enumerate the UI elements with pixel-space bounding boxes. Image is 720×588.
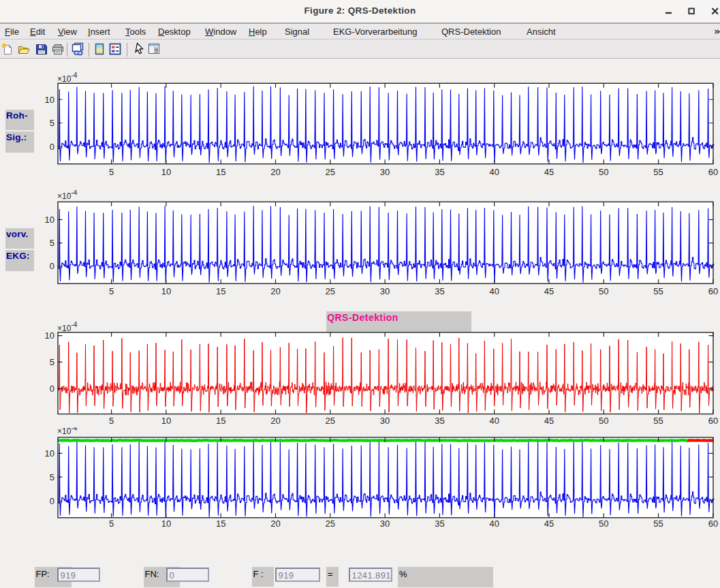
svg-text:5: 5 (109, 519, 114, 529)
svg-text:×10: ×10 (57, 427, 72, 436)
svg-text:-4: -4 (72, 190, 78, 196)
svg-text:0: 0 (50, 142, 54, 152)
svg-text:45: 45 (544, 416, 554, 426)
svg-text:30: 30 (380, 519, 390, 529)
svg-text:55: 55 (653, 519, 663, 529)
svg-text:35: 35 (435, 286, 444, 296)
svg-text:30: 30 (380, 286, 390, 296)
svg-text:50: 50 (599, 416, 608, 426)
svg-text:10: 10 (45, 448, 54, 459)
svg-text:10: 10 (45, 215, 54, 225)
svg-text:-4: -4 (72, 427, 78, 432)
svg-text:-4: -4 (72, 322, 78, 328)
svg-text:5: 5 (109, 416, 114, 426)
svg-text:60: 60 (708, 519, 718, 529)
svg-text:5: 5 (50, 238, 54, 248)
svg-text:×10: ×10 (57, 324, 72, 333)
svg-text:5: 5 (50, 118, 54, 128)
svg-text:60: 60 (708, 286, 718, 296)
svg-text:10: 10 (161, 167, 171, 177)
svg-text:45: 45 (544, 286, 554, 296)
svg-text:15: 15 (216, 286, 225, 296)
svg-text:10: 10 (161, 286, 171, 296)
svg-text:55: 55 (653, 416, 663, 426)
svg-text:55: 55 (653, 167, 663, 177)
svg-text:35: 35 (435, 519, 444, 529)
svg-text:25: 25 (326, 519, 335, 529)
svg-text:30: 30 (380, 416, 390, 426)
svg-text:25: 25 (326, 286, 335, 296)
svg-text:25: 25 (326, 167, 335, 177)
svg-text:30: 30 (380, 167, 390, 177)
svg-text:5: 5 (50, 357, 54, 367)
svg-text:50: 50 (599, 167, 608, 177)
svg-text:40: 40 (489, 416, 499, 426)
svg-text:10: 10 (161, 416, 171, 426)
svg-text:15: 15 (216, 167, 225, 177)
svg-text:45: 45 (544, 519, 554, 529)
svg-text:40: 40 (489, 167, 499, 177)
svg-text:20: 20 (270, 167, 280, 177)
svg-text:60: 60 (708, 416, 718, 426)
svg-text:×10: ×10 (57, 191, 72, 201)
svg-text:5: 5 (109, 286, 114, 296)
svg-text:10: 10 (45, 95, 54, 105)
svg-text:60: 60 (708, 167, 718, 177)
svg-text:50: 50 (599, 519, 608, 529)
svg-text:5: 5 (109, 167, 114, 177)
svg-text:35: 35 (435, 167, 444, 177)
svg-text:-4: -4 (72, 72, 78, 79)
svg-text:40: 40 (489, 286, 499, 296)
svg-text:55: 55 (653, 286, 663, 296)
svg-text:0: 0 (50, 384, 54, 394)
svg-text:10: 10 (45, 330, 54, 341)
svg-text:15: 15 (216, 519, 225, 529)
svg-text:20: 20 (270, 519, 280, 529)
svg-text:25: 25 (326, 416, 335, 426)
svg-text:15: 15 (216, 416, 225, 426)
svg-text:5: 5 (50, 472, 54, 482)
svg-text:20: 20 (270, 286, 280, 296)
svg-text:40: 40 (489, 519, 499, 529)
svg-text:35: 35 (435, 416, 444, 426)
svg-text:10: 10 (161, 519, 171, 529)
svg-text:0: 0 (50, 496, 54, 506)
svg-text:×10: ×10 (57, 74, 72, 84)
svg-text:45: 45 (544, 167, 554, 177)
svg-text:50: 50 (599, 286, 608, 296)
svg-text:0: 0 (50, 261, 54, 271)
svg-text:20: 20 (270, 416, 280, 426)
